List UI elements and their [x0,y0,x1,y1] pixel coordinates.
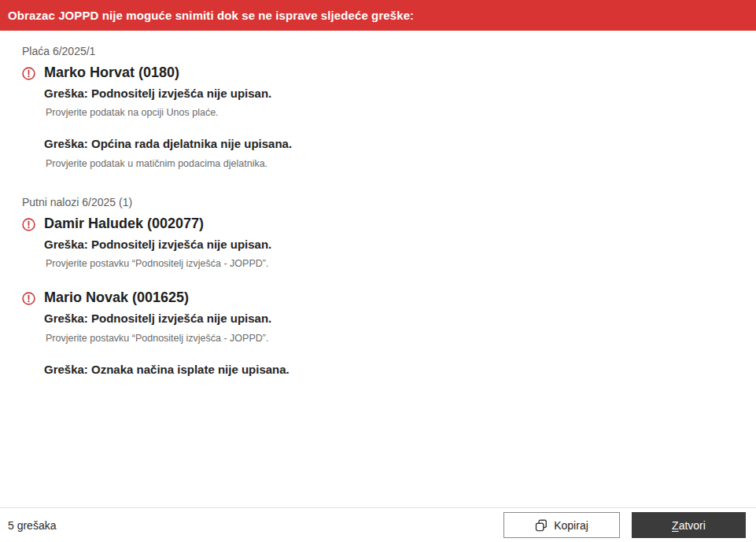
error-item: Greška: Oznaka načina isplate nije upisa… [44,363,734,378]
error-hint: Provjerite postavku “Podnositelj izvješć… [46,333,734,344]
close-button-label: atvori [679,519,706,532]
error-list: Plaća 6/2025/1 Marko Horvat (0180) Grešk… [0,31,756,378]
error-hint: Provjerite postavku “Podnositelj izvješć… [46,258,734,269]
error-entry: Mario Novak (001625) Greška: Podnositelj… [22,289,734,377]
section-header: Putni nalozi 6/2025 (1) [22,196,734,208]
error-item: Greška: Podnositelj izvješća nije upisan… [44,87,734,119]
error-message: Greška: Oznaka načina isplate nije upisa… [44,363,734,378]
error-circle-icon [22,218,35,231]
error-item: Greška: Podnositelj izvješća nije upisan… [44,238,734,270]
employee-name: Mario Novak (001625) [44,289,734,307]
employee-name: Marko Horvat (0180) [44,65,734,82]
error-hint: Provjerite podatak u matičnim podacima d… [46,158,734,169]
close-button-accesskey: Z [672,519,679,532]
error-message: Greška: Podnositelj izvješća nije upisan… [44,87,734,101]
copy-icon [535,519,548,532]
error-message: Greška: Općina rada djelatnika nije upis… [44,137,734,152]
error-message: Greška: Podnositelj izvješća nije upisan… [44,312,734,326]
copy-button[interactable]: Kopiraj [503,512,620,538]
section-header: Plaća 6/2025/1 [22,45,734,57]
error-item: Greška: Općina rada djelatnika nije upis… [44,137,734,169]
copy-button-label: Kopiraj [554,519,588,532]
error-item: Greška: Podnositelj izvješća nije upisan… [44,312,734,344]
error-message: Greška: Podnositelj izvješća nije upisan… [44,238,734,253]
error-count: 5 grešaka [8,519,56,532]
error-banner-message: Obrazac JOPPD nije moguće snimiti dok se… [8,9,414,22]
close-button[interactable]: Zatvori [632,512,746,538]
error-banner: Obrazac JOPPD nije moguće snimiti dok se… [0,0,756,31]
footer-bar: 5 grešaka Kopiraj Zatvori [0,507,756,542]
error-circle-icon [22,292,35,305]
section-putni-nalozi: Putni nalozi 6/2025 (1) Damir Haludek (0… [22,196,734,377]
error-circle-icon [22,67,35,80]
section-placa: Plaća 6/2025/1 Marko Horvat (0180) Grešk… [22,45,734,169]
error-hint: Provjerite podatak na opciji Unos plaće. [46,107,734,118]
error-entry: Damir Haludek (002077) Greška: Podnosite… [22,216,734,269]
employee-name: Damir Haludek (002077) [44,216,734,233]
error-entry: Marko Horvat (0180) Greška: Podnositelj … [22,65,734,169]
